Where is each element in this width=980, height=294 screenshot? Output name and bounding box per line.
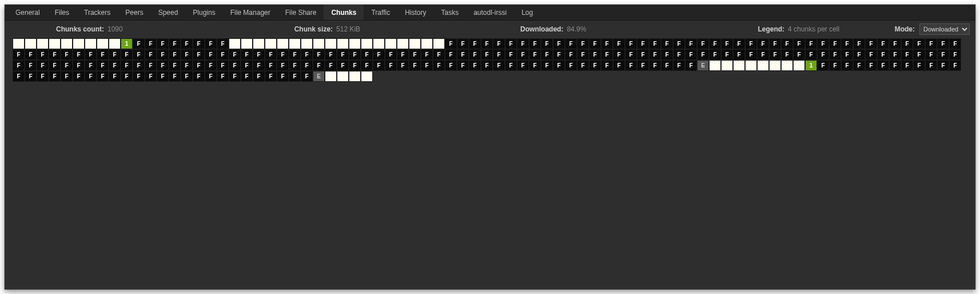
chunk-cell[interactable]: F [937, 38, 949, 49]
chunk-cell[interactable]: F [841, 60, 853, 71]
chunk-cell[interactable]: F [325, 60, 337, 71]
chunk-cell[interactable] [421, 38, 433, 49]
chunk-cell[interactable]: F [121, 49, 133, 60]
chunk-cell[interactable]: F [637, 60, 649, 71]
chunk-cell[interactable]: F [349, 49, 361, 60]
chunk-cell[interactable]: F [349, 60, 361, 71]
chunk-cell[interactable]: F [757, 49, 769, 60]
chunk-cell[interactable]: F [805, 49, 817, 60]
chunk-cell[interactable]: F [253, 71, 265, 82]
chunk-cell[interactable]: F [49, 60, 61, 71]
chunk-cell[interactable] [109, 38, 121, 49]
tab-chunks[interactable]: Chunks [324, 5, 364, 20]
chunk-cell[interactable]: F [493, 38, 505, 49]
chunk-cell[interactable]: F [685, 49, 697, 60]
chunk-cell[interactable]: F [601, 49, 613, 60]
chunk-cell[interactable] [241, 38, 253, 49]
chunk-cell[interactable]: F [673, 60, 685, 71]
chunk-cell[interactable]: E [697, 60, 709, 71]
chunk-cell[interactable]: F [565, 38, 577, 49]
chunk-cell[interactable]: F [661, 60, 673, 71]
chunk-cell[interactable] [361, 38, 373, 49]
chunk-cell[interactable]: F [445, 49, 457, 60]
chunk-cell[interactable]: F [109, 49, 121, 60]
chunk-cell[interactable]: F [697, 49, 709, 60]
chunk-cell[interactable]: F [109, 71, 121, 82]
chunk-cell[interactable] [25, 38, 37, 49]
chunk-cell[interactable]: F [289, 60, 301, 71]
chunk-cell[interactable]: F [217, 60, 229, 71]
chunk-cell[interactable]: F [289, 49, 301, 60]
chunk-cell[interactable]: F [373, 49, 385, 60]
chunk-cell[interactable]: F [37, 71, 49, 82]
chunk-cell[interactable]: F [949, 38, 961, 49]
chunk-cell[interactable]: 1 [805, 60, 817, 71]
chunk-cell[interactable]: F [829, 49, 841, 60]
chunk-cell[interactable] [325, 38, 337, 49]
chunk-cell[interactable]: F [505, 60, 517, 71]
chunk-cell[interactable]: F [97, 71, 109, 82]
tab-history[interactable]: History [397, 5, 433, 20]
chunk-cell[interactable]: F [529, 38, 541, 49]
chunk-cell[interactable]: F [277, 49, 289, 60]
chunk-cell[interactable]: F [13, 71, 25, 82]
chunk-cell[interactable]: F [133, 49, 145, 60]
chunk-cell[interactable]: F [889, 38, 901, 49]
chunk-cell[interactable]: F [37, 49, 49, 60]
chunk-cell[interactable]: F [457, 60, 469, 71]
chunk-cell[interactable]: F [433, 60, 445, 71]
chunk-cell[interactable]: F [241, 60, 253, 71]
chunk-cell[interactable]: F [721, 38, 733, 49]
chunk-cell[interactable]: F [337, 60, 349, 71]
chunk-cell[interactable]: F [877, 49, 889, 60]
chunk-cell[interactable]: F [109, 60, 121, 71]
chunk-cell[interactable]: F [229, 60, 241, 71]
chunk-cell[interactable]: F [181, 60, 193, 71]
chunk-cell[interactable]: F [193, 49, 205, 60]
chunk-cell[interactable]: F [745, 49, 757, 60]
chunk-cell[interactable]: F [361, 60, 373, 71]
chunk-cell[interactable]: F [25, 60, 37, 71]
chunk-cell[interactable]: F [13, 60, 25, 71]
chunk-cell[interactable]: F [553, 49, 565, 60]
chunk-cell[interactable] [13, 38, 25, 49]
chunk-cell[interactable]: F [37, 60, 49, 71]
chunk-cell[interactable]: F [169, 38, 181, 49]
chunk-cell[interactable]: F [301, 49, 313, 60]
chunk-cell[interactable]: F [517, 38, 529, 49]
chunk-cell[interactable]: F [157, 49, 169, 60]
chunk-cell[interactable]: F [589, 60, 601, 71]
chunk-cell[interactable] [709, 60, 721, 71]
chunk-cell[interactable]: F [721, 49, 733, 60]
chunk-cell[interactable]: F [829, 38, 841, 49]
chunk-cell[interactable]: F [61, 60, 73, 71]
chunk-cell[interactable]: F [121, 60, 133, 71]
chunk-cell[interactable]: F [517, 49, 529, 60]
chunk-cell[interactable]: F [25, 49, 37, 60]
chunk-cell[interactable]: F [277, 60, 289, 71]
chunk-cell[interactable]: F [445, 60, 457, 71]
chunk-cell[interactable]: F [649, 60, 661, 71]
chunk-cell[interactable]: F [301, 71, 313, 82]
chunk-cell[interactable]: F [193, 38, 205, 49]
chunk-cell[interactable] [349, 38, 361, 49]
chunk-cell[interactable]: E [313, 71, 325, 82]
chunk-cell[interactable]: F [493, 60, 505, 71]
chunk-cell[interactable]: F [925, 60, 937, 71]
chunk-cell[interactable]: F [577, 38, 589, 49]
chunk-cell[interactable]: F [373, 60, 385, 71]
chunk-cell[interactable] [745, 60, 757, 71]
chunk-cell[interactable] [97, 38, 109, 49]
chunk-cell[interactable]: F [241, 71, 253, 82]
chunk-cell[interactable]: F [601, 38, 613, 49]
chunk-cell[interactable]: F [913, 38, 925, 49]
chunk-cell[interactable]: F [493, 49, 505, 60]
chunk-cell[interactable] [289, 38, 301, 49]
chunk-cell[interactable]: F [673, 38, 685, 49]
chunk-cell[interactable]: F [541, 49, 553, 60]
tab-file-manager[interactable]: File Manager [223, 5, 278, 20]
chunk-cell[interactable]: F [181, 38, 193, 49]
chunk-cell[interactable]: F [733, 49, 745, 60]
chunk-cell[interactable]: F [157, 71, 169, 82]
chunk-cell[interactable]: F [385, 49, 397, 60]
